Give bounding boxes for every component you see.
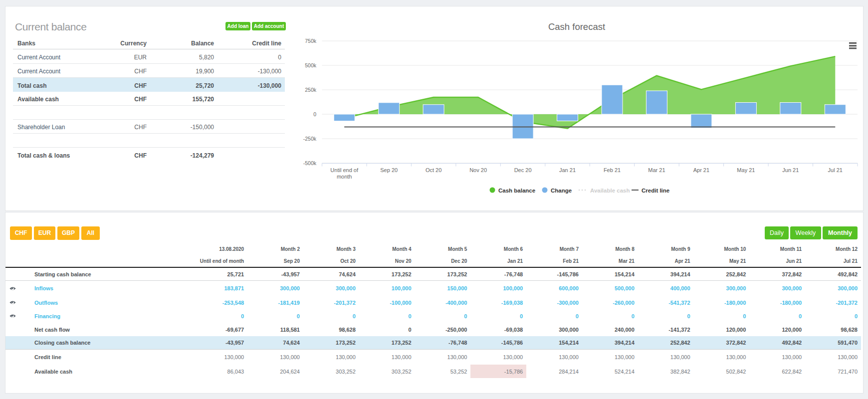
svg-text:Credit line: Credit line bbox=[642, 188, 669, 194]
svg-text:Jan 21: Jan 21 bbox=[559, 167, 576, 173]
svg-text:month: month bbox=[337, 174, 352, 180]
svg-text:May 21: May 21 bbox=[737, 167, 755, 173]
svg-text:Feb 21: Feb 21 bbox=[604, 167, 621, 173]
svg-text:-250k: -250k bbox=[303, 136, 317, 142]
svg-text:Cash balance: Cash balance bbox=[498, 188, 535, 194]
svg-text:Until end of: Until end of bbox=[330, 167, 359, 173]
svg-text:Apr 21: Apr 21 bbox=[693, 167, 709, 173]
svg-text:250k: 250k bbox=[305, 87, 317, 93]
svg-text:Cash forecast: Cash forecast bbox=[548, 21, 605, 32]
svg-text:Sep 20: Sep 20 bbox=[380, 167, 398, 173]
svg-text:Available cash: Available cash bbox=[590, 188, 630, 194]
svg-text:750k: 750k bbox=[305, 38, 317, 44]
svg-text:Mar 21: Mar 21 bbox=[648, 167, 665, 173]
svg-text:Oct 20: Oct 20 bbox=[426, 167, 441, 173]
svg-text:Jun 21: Jun 21 bbox=[782, 167, 799, 173]
svg-text:0: 0 bbox=[313, 111, 316, 117]
svg-text:Nov 20: Nov 20 bbox=[469, 167, 487, 173]
svg-text:-500k: -500k bbox=[303, 160, 317, 166]
svg-text:Change: Change bbox=[551, 188, 572, 194]
svg-text:500k: 500k bbox=[305, 62, 317, 68]
svg-text:Dec 20: Dec 20 bbox=[514, 167, 532, 173]
svg-text:Jul 21: Jul 21 bbox=[828, 167, 843, 173]
